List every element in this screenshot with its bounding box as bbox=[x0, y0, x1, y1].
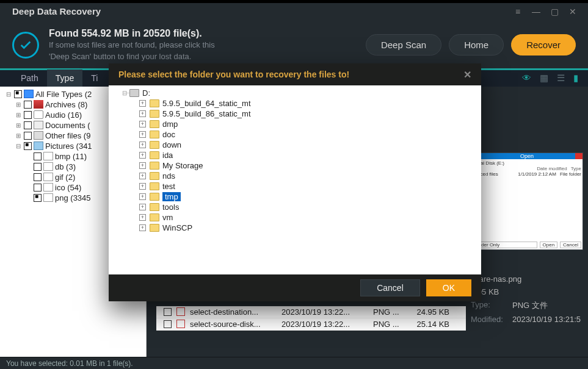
win-settings-icon[interactable]: ≡ bbox=[509, 7, 527, 16]
tab-time[interactable]: Ti bbox=[82, 70, 106, 87]
folder-label: nds bbox=[162, 171, 175, 181]
expand-icon[interactable]: + bbox=[139, 204, 146, 210]
tree-label: ico (54) bbox=[55, 183, 81, 192]
expand-icon[interactable]: + bbox=[139, 110, 146, 117]
header-text: Found 554.92 MB in 20520 file(s). If som… bbox=[49, 28, 215, 62]
thumb-col: Date modified bbox=[537, 166, 567, 171]
folder-icon bbox=[150, 110, 159, 118]
folder-icon bbox=[150, 120, 159, 128]
grid-view-icon[interactable]: ▦ bbox=[540, 73, 548, 84]
row-checkbox[interactable] bbox=[164, 320, 172, 328]
checkbox[interactable] bbox=[34, 173, 42, 181]
folder-tree-item[interactable]: +My Storage bbox=[112, 160, 477, 171]
preview-toggle-icon[interactable]: 👁 bbox=[522, 73, 531, 84]
folder-label: WinSCP bbox=[162, 223, 192, 232]
folder-tree-item[interactable]: +nds bbox=[112, 171, 477, 181]
checkbox[interactable] bbox=[14, 90, 22, 98]
folder-tree-item[interactable]: +dmp bbox=[112, 119, 477, 129]
expand-icon[interactable]: + bbox=[139, 214, 146, 221]
expand-icon[interactable]: + bbox=[139, 142, 146, 148]
meta-value: 2023/10/19 13:21:5 bbox=[512, 315, 581, 324]
folder-tree-item[interactable]: +vm bbox=[112, 212, 477, 223]
expand-icon[interactable]: + bbox=[139, 224, 146, 231]
folder-tree-item[interactable]: +test bbox=[112, 181, 477, 192]
meta-label: Modified: bbox=[471, 315, 507, 324]
checkbox[interactable] bbox=[24, 132, 32, 140]
folder-tree-item[interactable]: +ida bbox=[112, 150, 477, 160]
folder-icon bbox=[150, 99, 159, 107]
preview-panel: Open Local Disk (E:) Date modified Type … bbox=[466, 87, 588, 357]
file-icon bbox=[43, 193, 53, 202]
status-text: You have selected: 0.01 MB in 1 file(s). bbox=[6, 359, 133, 368]
maximize-button[interactable]: ▢ bbox=[545, 7, 564, 16]
folder-select-dialog: Please select the folder you want to rec… bbox=[109, 63, 481, 301]
dialog-cancel-button[interactable]: Cancel bbox=[360, 279, 420, 296]
meta-label: Type: bbox=[471, 300, 507, 311]
checkbox[interactable] bbox=[34, 184, 42, 192]
folder-tree-drive[interactable]: ⊟┈D: bbox=[112, 88, 477, 98]
other-icon bbox=[34, 131, 43, 140]
expand-icon[interactable]: + bbox=[139, 131, 146, 138]
deep-scan-button[interactable]: Deep Scan bbox=[366, 34, 441, 56]
checkbox[interactable] bbox=[24, 101, 32, 109]
tree-label: All File Types (2 bbox=[35, 90, 92, 99]
folder-label: dmp bbox=[162, 120, 178, 129]
folder-label: vm bbox=[162, 213, 173, 222]
tree-label: db (3) bbox=[55, 162, 76, 171]
folder-icon bbox=[150, 162, 159, 170]
folder-label: down bbox=[162, 140, 181, 149]
file-name: select-source-disk... bbox=[190, 320, 281, 329]
tree-label: Other files (9 bbox=[45, 131, 90, 140]
folder-tree-item[interactable]: +5.9.5_build_86_static_mt bbox=[112, 109, 477, 119]
checkbox[interactable] bbox=[34, 163, 42, 171]
expand-icon[interactable]: + bbox=[139, 152, 146, 159]
folder-tree-item[interactable]: +WinSCP bbox=[112, 223, 477, 233]
tab-path[interactable]: Path bbox=[12, 70, 47, 87]
folder-tree-item[interactable]: +5.9.5_build_64_static_mt bbox=[112, 98, 477, 109]
checkbox[interactable] bbox=[34, 194, 42, 202]
dialog-body[interactable]: ⊟┈D: +5.9.5_build_64_static_mt+5.9.5_bui… bbox=[109, 85, 481, 274]
minimize-button[interactable]: — bbox=[527, 7, 545, 16]
folder-tree-item[interactable]: +doc bbox=[112, 129, 477, 140]
titlebar: Deep Data Recovery ≡ — ▢ ✕ bbox=[0, 0, 588, 20]
meta-value: PNG 文件 bbox=[512, 300, 548, 311]
picture-icon bbox=[34, 142, 43, 150]
folder-label: D: bbox=[142, 88, 150, 98]
list-view-icon[interactable]: ☰ bbox=[557, 73, 565, 84]
app-title: Deep Data Recovery bbox=[12, 6, 509, 16]
expand-icon[interactable]: + bbox=[139, 100, 146, 107]
preview-thumbnail: Open Local Disk (E:) Date modified Type … bbox=[471, 152, 583, 250]
folder-icon bbox=[150, 224, 159, 232]
folder-tree-item[interactable]: +tools bbox=[112, 202, 477, 212]
folder-tree-item[interactable]: +down bbox=[112, 140, 477, 150]
checkbox[interactable] bbox=[24, 111, 32, 119]
row-checkbox[interactable] bbox=[164, 308, 172, 316]
checkbox[interactable] bbox=[24, 121, 32, 129]
tabs: Path Type Ti bbox=[12, 70, 106, 87]
recover-button[interactable]: Recover bbox=[511, 34, 576, 56]
tree-label: Pictures (341 bbox=[45, 142, 92, 151]
expand-icon[interactable]: + bbox=[139, 121, 146, 127]
expand-icon[interactable]: + bbox=[139, 162, 146, 169]
file-icon bbox=[43, 162, 53, 171]
close-button[interactable]: ✕ bbox=[564, 7, 582, 16]
expand-icon[interactable]: + bbox=[139, 183, 146, 190]
folder-label: ida bbox=[162, 151, 173, 160]
expand-icon[interactable]: + bbox=[139, 193, 146, 200]
dialog-header: Please select the folder you want to rec… bbox=[109, 63, 481, 85]
home-button[interactable]: Home bbox=[449, 34, 504, 56]
expand-icon[interactable]: + bbox=[139, 173, 146, 179]
folder-icon bbox=[150, 151, 159, 159]
folder-label: tmp bbox=[162, 192, 181, 201]
found-headline: Found 554.92 MB in 20520 file(s). bbox=[49, 28, 215, 39]
dialog-close-button[interactable]: ✕ bbox=[463, 69, 471, 81]
detail-view-icon[interactable]: ▮ bbox=[573, 73, 578, 84]
preview-meta: share-nas.png 9.05 KB Type:PNG 文件 Modifi… bbox=[471, 274, 583, 324]
tab-type[interactable]: Type bbox=[47, 70, 82, 87]
checkbox[interactable] bbox=[34, 152, 42, 160]
checkbox[interactable] bbox=[24, 142, 32, 150]
dialog-ok-button[interactable]: OK bbox=[426, 279, 471, 296]
drive-icon bbox=[129, 89, 139, 97]
folder-tree-item[interactable]: +tmp bbox=[112, 192, 477, 202]
header-buttons: Deep Scan Home Recover bbox=[366, 34, 576, 56]
